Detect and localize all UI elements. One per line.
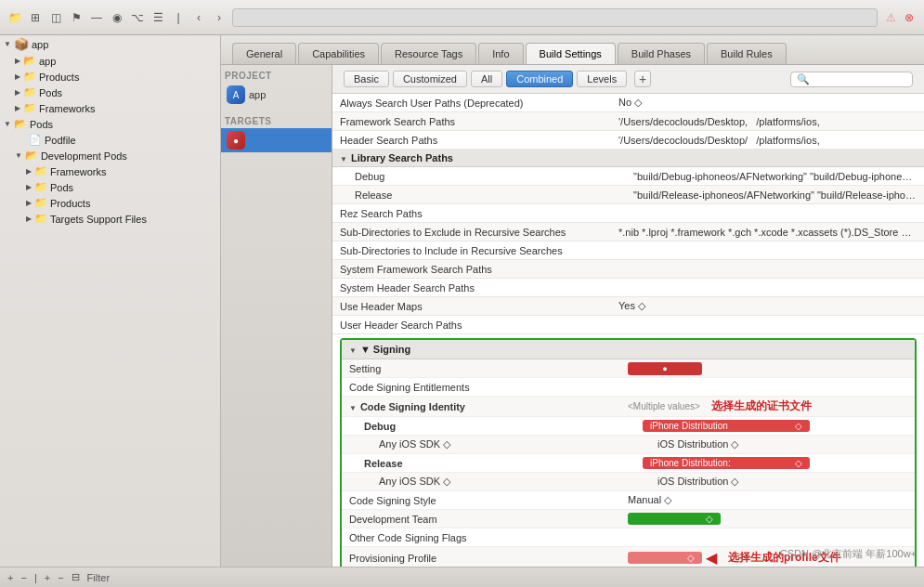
sidebar-label-app-folder: app (39, 56, 56, 67)
section-library-search: Library Search Paths (332, 150, 924, 167)
tab-capabilities[interactable]: Capabilities (298, 43, 379, 64)
signing-red-label: ● (662, 364, 667, 373)
signing-value-debug-sdk: iOS Distribution ◇ (657, 438, 907, 450)
signing-release-dropdown-label: iPhone Distribution: (650, 458, 731, 468)
sidebar-item-podfile[interactable]: 📄 Podfile (0, 132, 220, 148)
sidebar-item-fw[interactable]: ▶ 📁 Frameworks (0, 163, 220, 179)
forward-btn[interactable]: › (212, 10, 227, 25)
sidebar-item-pods2[interactable]: ▶ 📁 Pods (0, 179, 220, 195)
error-icon[interactable]: ⊗ (902, 10, 917, 25)
seg-levels[interactable]: Levels (577, 71, 627, 87)
targets-section-label: TARGETS (221, 111, 332, 128)
panel-item-target[interactable]: ● (221, 128, 332, 152)
tab-resource-tags[interactable]: Resource Tags (381, 43, 476, 64)
tab-build-rules[interactable]: Build Rules (707, 43, 787, 64)
signing-name-debug: Debug (364, 421, 643, 432)
sidebar-label-products2: Products (50, 198, 90, 209)
sidebar-item-targets-support[interactable]: ▶ 📁 Targets Support Files (0, 211, 220, 227)
seg-customized[interactable]: Customized (393, 71, 467, 87)
signing-release-chevron: ◇ (795, 458, 802, 468)
sidebar-label-app: app (32, 39, 48, 50)
signing-name-other-flags: Other Code Signing Flags (349, 532, 628, 543)
search-input[interactable] (813, 73, 906, 85)
seg-all[interactable]: All (471, 71, 502, 87)
sidebar-label-fw: Frameworks (50, 166, 107, 177)
signing-release-dropdown[interactable]: iPhone Distribution: ◇ (643, 457, 810, 469)
tab-build-phases[interactable]: Build Phases (618, 43, 705, 64)
tab-general[interactable]: General (232, 43, 296, 64)
sidebar-item-app-root[interactable]: ▼ 📦 app (0, 35, 220, 53)
project-targets-panel: PROJECT A app TARGETS ● (221, 65, 332, 567)
row-framework-search: Framework Search Paths '/Users/decocloud… (332, 112, 924, 131)
signing-name-setting: Setting (349, 363, 628, 374)
search-icon: 🔍 (797, 73, 810, 85)
minus-icon[interactable]: — (89, 10, 104, 25)
setting-name-lib-release: Release (355, 189, 633, 201)
signing-row-debug: Debug iPhone Distribution ◇ (342, 417, 915, 436)
sidebar-item-app[interactable]: ▶ 📂 app (0, 53, 220, 69)
signing-name-release-sdk: Any iOS SDK ◇ (379, 476, 657, 488)
sidebar-item-dev-pods[interactable]: ▼ 📂 Development Pods (0, 148, 220, 163)
add-target-btn[interactable]: + (45, 572, 50, 583)
signing-profile-dropdown[interactable]: ◇ (628, 552, 702, 564)
setting-name-sub-include: Sub-Directories to Include in Recursive … (340, 245, 618, 256)
section-library-search-label: Library Search Paths (351, 152, 453, 163)
folder-fw-icon: 📁 (34, 165, 47, 177)
search-box[interactable]: 🔍 (790, 72, 913, 87)
signing-name-team: Development Team (349, 514, 628, 525)
folder-tsf-icon: 📁 (34, 213, 47, 225)
tri-icon-app: ▶ (15, 57, 20, 65)
setting-value-sub-exclude: *.nib *.lproj *.framework *.gch *.xcode … (618, 227, 917, 238)
signing-name-identity: Code Signing Identity (349, 401, 628, 412)
signing-row-team: Development Team ◇ (342, 510, 915, 528)
warning-icon[interactable]: ⚠ (883, 10, 898, 25)
row-sub-exclude: Sub-Directories to Exclude in Recursive … (332, 223, 924, 241)
project-icon: 📦 (14, 37, 29, 51)
signing-team-dropdown[interactable]: ◇ (628, 513, 721, 525)
tab-info[interactable]: Info (478, 43, 523, 64)
back-btn[interactable]: ‹ (191, 10, 206, 25)
sidebar-label-podfile: Podfile (45, 135, 76, 146)
setting-name-sub-exclude: Sub-Directories to Exclude in Recursive … (340, 227, 618, 238)
row-library-debug: Debug "build/Debug-iphoneos/AFNetworking… (332, 167, 924, 186)
panel-item-project[interactable]: A app (221, 83, 332, 107)
project-app-icon: A (227, 85, 245, 104)
signing-row-style: Code Signing Style Manual ◇ (342, 491, 915, 510)
content-area: General Capabilities Resource Tags Info … (221, 35, 924, 567)
setting-name-fw-search: Framework Search Paths (340, 116, 618, 127)
setting-value-lib-release: "build/Release-iphoneos/AFNetworking" "b… (633, 189, 917, 201)
flow-icon[interactable]: ⌥ (130, 10, 145, 25)
signing-row-other-flags: Other Code Signing Flags (342, 528, 915, 547)
sidebar-item-products[interactable]: ▶ 📁 Products (0, 69, 220, 85)
status-bar: + − | + − ⊟ Filter (0, 567, 924, 587)
setting-value-use-header-maps: Yes ◇ (618, 300, 917, 312)
seg-basic[interactable]: Basic (344, 71, 389, 87)
setting-name-rez: Rez Search Paths (340, 208, 618, 219)
signing-row-setting: Setting ● (342, 359, 915, 378)
list-icon[interactable]: ☰ (150, 10, 165, 25)
signing-debug-dropdown[interactable]: iPhone Distribution ◇ (643, 420, 810, 432)
tab-build-settings[interactable]: Build Settings (526, 43, 616, 64)
breadcrumb-bar[interactable] (232, 8, 878, 27)
sidebar-item-products2[interactable]: ▶ 📁 Products (0, 195, 220, 211)
sidebar-item-pods-root[interactable]: ▼ 📂 Pods (0, 116, 220, 132)
filter-icon[interactable]: ⊟ (72, 571, 80, 583)
remove-file-btn[interactable]: − (20, 572, 26, 583)
row-user-header: User Header Search Paths (332, 316, 924, 334)
add-file-btn[interactable]: + (7, 572, 13, 583)
flag-icon[interactable]: ⚑ (69, 10, 84, 25)
circle-icon[interactable]: ◉ (110, 10, 124, 25)
tri-icon-tsf: ▶ (26, 215, 32, 223)
grid-icon[interactable]: ⊞ (28, 10, 43, 25)
signing-row-release-sdk: Any iOS SDK ◇ iOS Distribution ◇ (342, 473, 915, 491)
folder-icon[interactable]: 📁 (7, 10, 22, 25)
remove-target-btn[interactable]: − (58, 572, 63, 583)
tag-icon[interactable]: ◫ (48, 10, 63, 25)
add-setting-btn[interactable]: + (634, 71, 651, 87)
seg-combined[interactable]: Combined (506, 71, 573, 87)
sidebar-item-pods-sub[interactable]: ▶ 📁 Pods (0, 85, 220, 100)
folder-fw-sub-icon: 📁 (23, 102, 36, 114)
tri-icon-pods-sub: ▶ (15, 88, 20, 97)
watermark: CSDN @北京前端 年薪100w+ (780, 547, 917, 561)
sidebar-item-frameworks-sub[interactable]: ▶ 📁 Frameworks (0, 100, 220, 116)
